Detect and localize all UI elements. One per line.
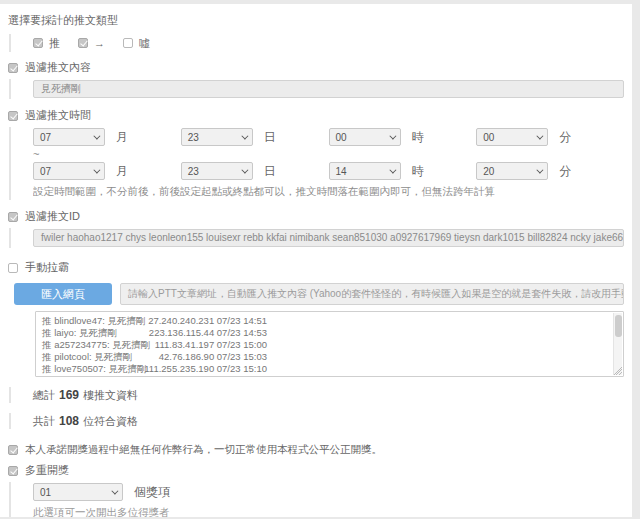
arrow-option-label: →	[94, 37, 105, 49]
time-to-row: 07 月 23 日 14 時 20 分	[33, 162, 624, 180]
chevron-down-icon	[93, 132, 100, 139]
qualified-count-line: 共計 108 位符合資格	[9, 413, 624, 429]
minute-unit-label: 分	[559, 163, 571, 180]
time-filter-group: 07 月 23 日 00 時 00 分 ~ 07 月 23	[9, 127, 624, 200]
push-line: 推 blindlove47: 見死擠剛27.240.240.231 07/23 …	[42, 315, 609, 327]
id-filter-input[interactable]: fwiler haohao1217 chys leonleon155 louis…	[33, 229, 624, 247]
manual-mode-header: 手動拉霸	[8, 260, 632, 275]
qualified-count: 108	[59, 414, 79, 428]
chevron-down-icon	[537, 166, 544, 173]
id-filter-header: 過濾推文ID	[8, 209, 632, 224]
lottery-tool-page: 選擇要採計的推文類型 推 → 噓 過濾推文內容 見死擠剛 過濾推文時間	[0, 4, 632, 517]
article-url-input[interactable]: 請輸入PTT文章網址，自動匯入推文內容 (Yahoo的套件怪怪的，有時候匯入如果…	[120, 283, 624, 305]
to-day-select[interactable]: 23	[181, 162, 253, 180]
month-unit-label: 月	[116, 163, 128, 180]
resize-grip-icon[interactable]	[613, 366, 622, 375]
prize-unit-label: 個獎項	[134, 484, 170, 501]
chevron-down-icon	[93, 166, 100, 173]
push-type-group: 推 → 噓	[9, 34, 624, 52]
time-filter-header: 過濾推文時間	[8, 108, 632, 123]
chevron-down-icon	[241, 166, 248, 173]
content-filter-label: 過濾推文內容	[25, 60, 91, 75]
day-unit-label: 日	[264, 129, 276, 146]
qualified-suffix: 位符合資格	[83, 414, 138, 429]
content-filter-input[interactable]: 見死擠剛	[33, 80, 624, 98]
push-line: 推 laiyo: 見死擠剛223.136.115.44 07/23 14:53	[42, 327, 609, 339]
push-checkbox[interactable]	[33, 38, 43, 48]
time-filter-label: 過濾推文時間	[25, 108, 91, 123]
from-day-select[interactable]: 23	[181, 128, 253, 146]
push-type-option-boo[interactable]: 噓	[123, 36, 150, 51]
content-filter-header: 過濾推文內容	[8, 60, 632, 75]
import-url-button[interactable]: 匯入網頁	[14, 283, 112, 305]
push-option-label: 推	[49, 36, 60, 51]
total-count: 169	[59, 388, 79, 402]
boo-checkbox[interactable]	[123, 38, 133, 48]
multi-draw-header: 多重開獎	[8, 463, 632, 478]
manual-mode-checkbox[interactable]	[8, 263, 18, 273]
from-minute-select[interactable]: 00	[476, 128, 548, 146]
id-filter-group: fwiler haohao1217 chys leonleon155 louis…	[9, 228, 624, 248]
manual-mode-label: 手動拉霸	[25, 260, 69, 275]
from-month-select[interactable]: 07	[33, 128, 105, 146]
id-filter-label: 過濾推文ID	[25, 209, 80, 224]
time-filter-note: 設定時間範圍，不分前後，前後設定起點或終點都可以，推文時間落在範圍內即可，但無法…	[33, 185, 624, 199]
multi-draw-label: 多重開獎	[25, 463, 69, 478]
multi-draw-checkbox[interactable]	[8, 466, 18, 476]
multi-draw-note: 此選項可一次開出多位得獎者	[33, 506, 624, 517]
push-line: 推 pilotcool: 見死擠剛42.76.186.90 07/23 15:0…	[42, 351, 609, 363]
minute-unit-label: 分	[559, 129, 571, 146]
pledge-checkbox[interactable]	[8, 445, 18, 455]
id-filter-checkbox[interactable]	[8, 212, 18, 222]
push-line: 推 love750507: 見死擠剛111.255.235.190 07/23 …	[42, 363, 609, 375]
chevron-down-icon	[241, 132, 248, 139]
pledge-row: 本人承諾開獎過程中絕無任何作弊行為，一切正常使用本程式公平公正開獎。	[8, 443, 632, 457]
qualified-prefix: 共計	[33, 414, 55, 429]
push-type-option-arrow[interactable]: →	[78, 37, 105, 49]
total-suffix: 樓推文資料	[83, 388, 138, 403]
push-data-textarea[interactable]: 推 blindlove47: 見死擠剛27.240.240.231 07/23 …	[35, 311, 624, 377]
hour-unit-label: 時	[412, 163, 424, 180]
from-hour-select[interactable]: 00	[329, 128, 401, 146]
to-hour-select[interactable]: 14	[329, 162, 401, 180]
hour-unit-label: 時	[412, 129, 424, 146]
time-from-row: 07 月 23 日 00 時 00 分	[33, 128, 624, 146]
total-pushes-line: 總計 169 樓推文資料	[9, 387, 624, 403]
chevron-down-icon	[111, 487, 118, 494]
arrow-checkbox[interactable]	[78, 38, 88, 48]
content-filter-group: 見死擠剛	[9, 79, 624, 99]
chevron-down-icon	[389, 166, 396, 173]
prize-count-select[interactable]: 01	[33, 483, 123, 501]
pledge-label: 本人承諾開獎過程中絕無任何作弊行為，一切正常使用本程式公平公正開獎。	[25, 443, 382, 457]
day-unit-label: 日	[264, 163, 276, 180]
to-minute-select[interactable]: 20	[476, 162, 548, 180]
push-type-title: 選擇要採計的推文類型	[8, 13, 632, 28]
multi-draw-group: 01 個獎項 此選項可一次開出多位得獎者	[9, 482, 624, 517]
content-filter-checkbox[interactable]	[8, 63, 18, 73]
chevron-down-icon	[537, 132, 544, 139]
total-prefix: 總計	[33, 388, 55, 403]
time-range-tilde: ~	[33, 148, 624, 160]
push-type-option-push[interactable]: 推	[33, 36, 60, 51]
month-unit-label: 月	[116, 129, 128, 146]
push-line: 推 a257234775: 見死擠剛111.83.41.197 07/23 15…	[42, 339, 609, 351]
to-month-select[interactable]: 07	[33, 162, 105, 180]
scrollbar-thumb[interactable]	[615, 315, 622, 337]
time-filter-checkbox[interactable]	[8, 111, 18, 121]
boo-option-label: 噓	[139, 36, 150, 51]
import-row: 匯入網頁 請輸入PTT文章網址，自動匯入推文內容 (Yahoo的套件怪怪的，有時…	[14, 283, 624, 305]
chevron-down-icon	[389, 132, 396, 139]
